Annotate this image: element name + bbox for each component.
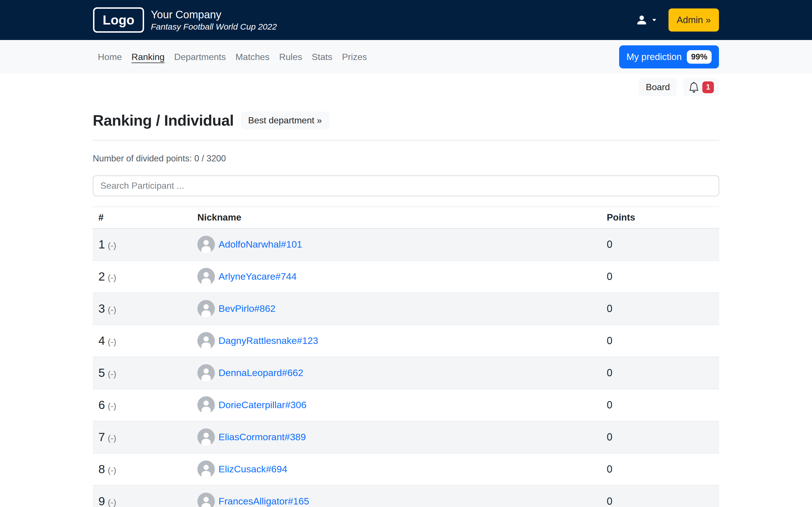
- points-value: 0: [607, 335, 612, 346]
- nav-item-rules[interactable]: Rules: [274, 52, 307, 62]
- participant-link[interactable]: BevPirlo#862: [218, 303, 275, 314]
- my-prediction-button[interactable]: My prediction 99%: [619, 45, 719, 68]
- table-row: 8(-) ElizCusack#694 0: [93, 453, 719, 485]
- participant-link[interactable]: AdolfoNarwhal#101: [218, 239, 302, 250]
- ranking-table: # Nickname Points 1(-) AdolfoNarwhal#101…: [93, 207, 719, 507]
- best-department-button[interactable]: Best department »: [241, 112, 329, 129]
- rank-value: 7: [98, 431, 105, 444]
- table-row: 2(-) ArlyneYacare#744 0: [93, 261, 719, 293]
- table-row: 1(-) AdolfoNarwhal#101 0: [93, 228, 719, 261]
- notifications-button[interactable]: 1: [683, 78, 719, 96]
- table-row: 9(-) FrancesAlligator#165 0: [93, 485, 719, 507]
- nav-item-home[interactable]: Home: [93, 52, 126, 62]
- table-row: 5(-) DennaLeopard#662 0: [93, 357, 719, 389]
- user-icon: [636, 14, 648, 26]
- col-header-rank: #: [93, 207, 197, 228]
- rank-trend: (-): [108, 401, 116, 411]
- rank-value: 2: [98, 270, 105, 283]
- participant-link[interactable]: DagnyRattlesnake#123: [218, 335, 318, 346]
- rank-trend: (-): [108, 369, 116, 379]
- points-value: 0: [607, 238, 612, 250]
- nav-item-departments[interactable]: Departments: [169, 52, 231, 62]
- table-row: 4(-) DagnyRattlesnake#123 0: [93, 325, 719, 357]
- rank-value: 5: [98, 366, 105, 379]
- col-header-points: Points: [607, 207, 719, 228]
- table-row: 6(-) DorieCaterpillar#306 0: [93, 389, 719, 421]
- rank-value: 1: [98, 238, 105, 251]
- participant-link[interactable]: DennaLeopard#662: [218, 367, 303, 378]
- table-row: 3(-) BevPirlo#862 0: [93, 293, 719, 325]
- header-actions: Admin »: [636, 8, 719, 32]
- divided-points-info: Number of divided points: 0 / 3200: [93, 154, 719, 164]
- title-row: Ranking / Individual Best department »: [93, 112, 719, 129]
- toolbar: Board 1: [93, 78, 719, 96]
- rank-trend: (-): [108, 305, 116, 314]
- event-subtitle: Fantasy Football World Cup 2022: [151, 21, 277, 32]
- avatar: [197, 332, 215, 349]
- avatar: [197, 460, 215, 478]
- points-value: 0: [607, 399, 612, 411]
- bell-icon: [689, 82, 699, 93]
- participant-link[interactable]: ArlyneYacare#744: [218, 271, 297, 282]
- participant-link[interactable]: FrancesAlligator#165: [218, 496, 309, 507]
- participant-link[interactable]: EliasCormorant#389: [218, 432, 306, 443]
- logo[interactable]: Logo: [93, 7, 144, 33]
- brand-text: Your Company Fantasy Football World Cup …: [151, 8, 277, 32]
- rank-trend: (-): [108, 466, 116, 475]
- chevron-down-icon: [652, 18, 657, 22]
- nav-item-stats[interactable]: Stats: [307, 52, 337, 62]
- avatar: [197, 493, 215, 507]
- board-button[interactable]: Board: [639, 78, 677, 96]
- avatar: [197, 429, 215, 446]
- table-row: 7(-) EliasCormorant#389 0: [93, 421, 719, 453]
- rank-trend: (-): [108, 241, 116, 250]
- avatar: [197, 300, 215, 318]
- rank-trend: (-): [108, 498, 116, 507]
- notifications-count-badge: 1: [702, 81, 714, 93]
- avatar: [197, 396, 215, 414]
- points-value: 0: [607, 271, 612, 282]
- avatar: [197, 364, 215, 382]
- prediction-progress-badge: 99%: [687, 50, 712, 64]
- user-menu-dropdown[interactable]: [636, 14, 657, 26]
- table-header-row: # Nickname Points: [93, 207, 719, 228]
- participant-link[interactable]: ElizCusack#694: [218, 464, 287, 474]
- col-header-nickname: Nickname: [197, 207, 607, 228]
- main-nav: Home Ranking Departments Matches Rules S…: [0, 40, 812, 74]
- search-participant-input[interactable]: [93, 175, 719, 196]
- admin-button[interactable]: Admin »: [668, 8, 719, 32]
- rank-value: 9: [98, 495, 105, 507]
- rank-trend: (-): [108, 337, 116, 346]
- points-value: 0: [607, 496, 612, 507]
- brand[interactable]: Logo Your Company Fantasy Football World…: [93, 7, 277, 33]
- rank-value: 6: [98, 398, 105, 411]
- logo-text: Logo: [103, 12, 134, 27]
- page-title: Ranking / Individual: [93, 112, 234, 129]
- rank-value: 4: [98, 334, 105, 347]
- main-content: Board 1 Ranking / Individual Best depart…: [0, 78, 812, 507]
- participant-link[interactable]: DorieCaterpillar#306: [218, 399, 306, 410]
- points-value: 0: [607, 303, 612, 314]
- my-prediction-label: My prediction: [626, 52, 682, 62]
- company-name: Your Company: [151, 8, 277, 21]
- rank-trend: (-): [108, 434, 116, 443]
- nav-item-matches[interactable]: Matches: [231, 52, 274, 62]
- points-value: 0: [607, 431, 612, 443]
- rank-value: 8: [98, 462, 105, 476]
- nav-item-ranking[interactable]: Ranking: [126, 52, 169, 62]
- points-value: 0: [607, 463, 612, 475]
- avatar: [197, 236, 215, 253]
- nav-item-prizes[interactable]: Prizes: [337, 52, 372, 62]
- app-header: Logo Your Company Fantasy Football World…: [0, 0, 812, 40]
- points-value: 0: [607, 367, 612, 379]
- rank-trend: (-): [108, 273, 116, 282]
- divider: [93, 140, 719, 140]
- avatar: [197, 268, 215, 285]
- rank-value: 3: [98, 302, 105, 315]
